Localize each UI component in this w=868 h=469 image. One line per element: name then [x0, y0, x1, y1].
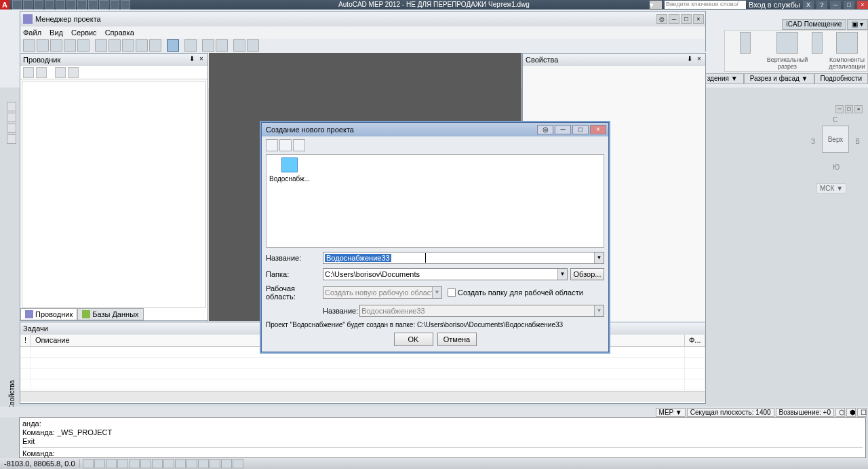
login-link[interactable]: Вход в службы: [749, 1, 800, 9]
pm-save-icon[interactable]: [64, 39, 76, 52]
arrow-right-icon[interactable]: [740, 32, 751, 54]
name-input[interactable]: Водоснабжение33 ▼: [323, 252, 604, 264]
pm-tool5-icon[interactable]: [149, 39, 161, 52]
ribbon-bottom-3[interactable]: Подробности: [814, 73, 868, 84]
tasks-col-bang[interactable]: !: [20, 335, 31, 346]
pm-export-icon[interactable]: [77, 39, 90, 52]
ribbon-panel-arrow[interactable]: [809, 31, 825, 71]
status-elevation[interactable]: Возвышение: +0: [776, 408, 834, 417]
vc-restore-icon[interactable]: □: [845, 105, 853, 113]
qat-misc3-icon[interactable]: [110, 0, 119, 10]
template-list[interactable]: Водоснабж...: [266, 154, 604, 248]
ribbon-bottom-2[interactable]: Разрез и фасад ▼: [744, 73, 814, 84]
vc-west[interactable]: З: [811, 138, 815, 145]
workspace-dropdown-icon[interactable]: ▼: [432, 287, 441, 298]
maximize-button[interactable]: □: [844, 1, 854, 9]
folder-dropdown-icon[interactable]: ▼: [557, 269, 567, 280]
exp-up-icon[interactable]: [55, 67, 66, 78]
pm-new-icon[interactable]: [23, 39, 35, 52]
pm-menu-help[interactable]: Справка: [105, 29, 134, 37]
ok-button[interactable]: OK: [394, 333, 433, 346]
qat-undo-icon[interactable]: [66, 0, 76, 10]
pm-tool9-icon[interactable]: [233, 39, 245, 52]
ribbon-panel-components[interactable]: Компоненты детализации: [827, 31, 867, 71]
explorer-tree[interactable]: [22, 81, 206, 308]
qat-misc2-icon[interactable]: [99, 0, 108, 10]
left-tab4[interactable]: [7, 134, 16, 144]
pm-titlebar[interactable]: Менеджер проекта ◎ ─ □ ×: [20, 12, 705, 26]
dialog-close-button[interactable]: ×: [590, 125, 606, 134]
view-small-icon[interactable]: [279, 139, 292, 151]
osnap-icon[interactable]: [129, 459, 140, 468]
dialog-min-button[interactable]: ─: [555, 125, 571, 134]
pm-tool7-icon[interactable]: [202, 39, 214, 52]
dialog-max-button[interactable]: □: [572, 125, 589, 134]
app-logo[interactable]: A: [0, 0, 9, 10]
left-vertical-props[interactable]: Свойства: [8, 380, 16, 410]
view-large-icon[interactable]: [266, 139, 278, 151]
props-close-icon[interactable]: ×: [694, 55, 704, 64]
pm-help-button[interactable]: ◎: [656, 14, 667, 24]
pm-tool6-icon[interactable]: [184, 39, 197, 52]
status-icon1[interactable]: ⬡: [835, 408, 845, 417]
qat-misc1-icon[interactable]: [88, 0, 98, 10]
left-tab2[interactable]: [7, 113, 16, 122]
exp-sort-icon[interactable]: [36, 67, 47, 78]
name-dropdown-icon[interactable]: ▼: [594, 252, 604, 263]
create-folder-checkbox[interactable]: Создать папку для рабочей области: [448, 288, 583, 297]
pm-tool10-icon[interactable]: [247, 39, 259, 52]
props-pin-icon[interactable]: ⬇: [685, 55, 694, 64]
view-list-icon[interactable]: [293, 139, 305, 151]
qp-icon[interactable]: [210, 459, 220, 468]
sc-icon[interactable]: [221, 459, 232, 468]
viewcube-face[interactable]: Верх: [822, 126, 849, 153]
explorer-header[interactable]: Проводник ⬇ ×: [20, 54, 208, 66]
3dosnap-icon[interactable]: [140, 459, 151, 468]
cmd-prompt[interactable]: Команда:: [22, 447, 863, 458]
qat-saveas-icon[interactable]: [45, 0, 54, 10]
pm-tool2-icon[interactable]: [108, 39, 121, 52]
snap-icon[interactable]: [83, 459, 94, 468]
vc-north[interactable]: С: [833, 116, 837, 124]
tasks-scrollbar[interactable]: [20, 391, 705, 402]
status-mep[interactable]: MEP ▼: [656, 408, 686, 417]
tasks-col-f[interactable]: Ф...: [685, 335, 705, 346]
qat-redo-icon[interactable]: [77, 0, 87, 10]
browse-button[interactable]: Обзор...: [570, 268, 604, 280]
workspace-select[interactable]: Создать новую рабочую область ▼: [323, 286, 442, 299]
vc-close-icon[interactable]: ×: [854, 105, 863, 113]
pm-menu-view[interactable]: Вид: [50, 29, 63, 37]
qat-new-icon[interactable]: [12, 0, 22, 10]
status-cutplane[interactable]: Секущая плоскость: 1400: [687, 408, 774, 417]
left-tab3[interactable]: [7, 124, 16, 133]
am-icon[interactable]: [233, 459, 243, 468]
qat-print-icon[interactable]: [56, 0, 65, 10]
pm-close-button[interactable]: ×: [693, 14, 704, 24]
ortho-icon[interactable]: [106, 459, 117, 468]
search-input[interactable]: Введите ключевое слово/фразу: [665, 1, 746, 9]
properties-header[interactable]: Свойства ⬇ ×: [523, 54, 705, 66]
pm-min-button[interactable]: ─: [669, 14, 679, 24]
dialog-titlebar[interactable]: Создание нового проекта ◎ ─ □ ×: [262, 123, 608, 136]
qat-open-icon[interactable]: [23, 0, 33, 10]
otrack-icon[interactable]: [152, 459, 163, 468]
ducs-icon[interactable]: [163, 459, 174, 468]
status-icon2[interactable]: ⬢: [846, 408, 856, 417]
left-tab1[interactable]: [7, 102, 16, 111]
explorer-close-icon[interactable]: ×: [197, 55, 206, 64]
exp-down-icon[interactable]: [68, 67, 79, 78]
command-window[interactable]: анда: Команда: _WS_PROJECT Exit Команда:: [19, 417, 866, 458]
grid-icon[interactable]: [94, 459, 105, 468]
vc-south[interactable]: Ю: [833, 164, 840, 171]
pm-tool-active-icon[interactable]: [167, 39, 179, 52]
template-item-water[interactable]: Водоснабж...: [269, 157, 310, 183]
wcs-selector[interactable]: МСК ▼: [816, 183, 846, 193]
ribbon-tab-room[interactable]: iCAD Помещение: [782, 19, 847, 30]
pm-tool4-icon[interactable]: [136, 39, 148, 52]
pm-folder-icon[interactable]: [50, 39, 62, 52]
pm-max-button[interactable]: □: [681, 14, 692, 24]
cancel-button[interactable]: Отмена: [437, 333, 477, 346]
folder-input[interactable]: C:\Users\borisov\Documents ▼: [323, 268, 568, 280]
vc-min-icon[interactable]: ─: [835, 105, 844, 113]
close-button[interactable]: ×: [857, 1, 868, 9]
